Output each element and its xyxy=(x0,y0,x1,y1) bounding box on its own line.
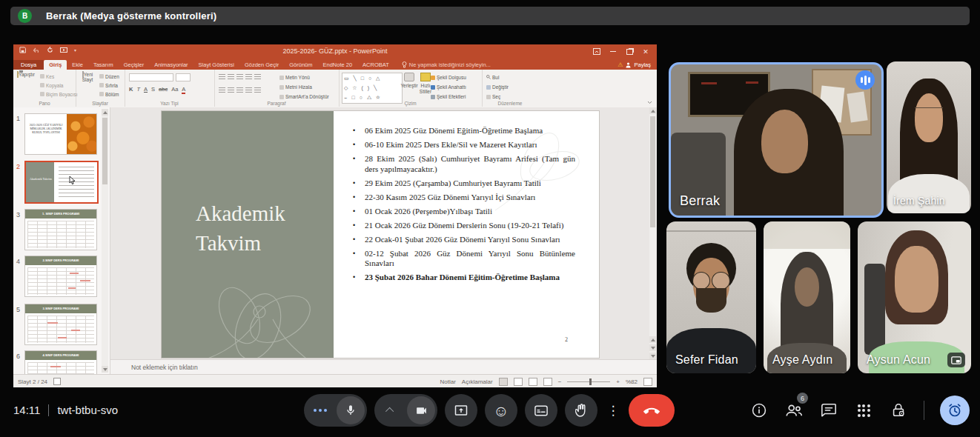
tab-gozden-gecir[interactable]: Gözden Geçir xyxy=(239,60,284,70)
shape-fill-button[interactable]: Şekil Dolgusu xyxy=(431,73,466,82)
video-options[interactable] xyxy=(374,407,407,413)
format-painter-button[interactable]: Biçim Boyacısı xyxy=(40,90,78,99)
chat-button[interactable] xyxy=(819,394,838,427)
current-slide[interactable]: Akademik Takvim xyxy=(162,111,599,358)
participants-button[interactable]: 6 xyxy=(784,394,804,427)
zoom-slider[interactable] xyxy=(567,381,610,382)
raise-hand-button[interactable] xyxy=(565,394,597,427)
shadow-button[interactable]: S xyxy=(151,86,155,93)
notes-pane[interactable]: Not eklemek için tıklatın xyxy=(110,359,657,374)
reset-button[interactable]: Sıfırla xyxy=(99,81,119,90)
tab-tasarim[interactable]: Tasarım xyxy=(88,60,119,70)
canvas-scrollbar[interactable] xyxy=(649,107,656,359)
slide-sorter-view-icon[interactable] xyxy=(514,378,523,386)
microphone-icon[interactable] xyxy=(337,396,365,424)
reading-view-icon[interactable] xyxy=(529,378,537,386)
columns-icon[interactable] xyxy=(254,87,261,93)
new-slide-button[interactable]: Yeni Slayt xyxy=(76,72,99,82)
slide-thumbnail-5[interactable]: 3.SINIF DERS PROGRAMI xyxy=(24,304,97,345)
notes-toggle[interactable]: Notlar xyxy=(440,378,456,385)
present-screen-button[interactable] xyxy=(445,394,477,427)
timer-extension-button[interactable] xyxy=(940,396,970,425)
video-tile-aysun[interactable]: Aysun Acun xyxy=(858,221,971,373)
decrease-indent-icon[interactable] xyxy=(236,74,243,80)
tab-gorunum[interactable]: Görünüm xyxy=(284,60,317,70)
layout-button[interactable]: Düzen xyxy=(99,73,119,81)
comments-toggle[interactable]: Açıklamalar xyxy=(462,378,493,385)
camera-button[interactable] xyxy=(374,394,437,427)
video-tile-berrak[interactable]: Berrak xyxy=(669,62,884,218)
restore-button[interactable] xyxy=(621,46,638,57)
find-button[interactable]: Bul xyxy=(486,73,509,82)
collapse-ribbon-icon[interactable] xyxy=(647,101,653,105)
zoom-in-button[interactable]: + xyxy=(616,378,620,385)
align-left-icon[interactable] xyxy=(219,87,225,93)
audio-options[interactable] xyxy=(304,409,337,412)
host-controls-button[interactable] xyxy=(889,394,908,427)
thumbnails-scrollbar[interactable] xyxy=(102,109,108,373)
zoom-slider-handle[interactable] xyxy=(589,378,592,385)
tab-endnote[interactable]: EndNote 20 xyxy=(317,60,357,70)
spell-check-icon[interactable] xyxy=(53,378,61,385)
more-options-button[interactable]: ⋮ xyxy=(605,394,621,427)
tab-dosya[interactable]: Dosya xyxy=(13,60,44,70)
align-right-icon[interactable] xyxy=(236,87,243,93)
video-tile-irem[interactable]: İrem Şahin xyxy=(887,61,971,213)
copy-button[interactable]: Kopyala xyxy=(40,81,78,90)
text-direction-button[interactable]: Metin Yönü xyxy=(279,73,329,82)
font-name-select[interactable] xyxy=(129,73,173,81)
scroll-up-icon[interactable] xyxy=(102,109,108,116)
close-button[interactable]: ✕ xyxy=(638,46,654,57)
scroll-up-icon[interactable] xyxy=(649,107,656,114)
tab-slayt-gosterisi[interactable]: Slayt Gösterisi xyxy=(193,60,239,70)
slide-thumbnail-1[interactable]: 2025-2026 GÜZ YARIYILI MİMARLIK AKADEMİK… xyxy=(24,113,97,155)
captions-button[interactable] xyxy=(525,394,557,427)
reactions-button[interactable]: ☺ xyxy=(485,394,517,427)
underline-button[interactable]: A xyxy=(144,86,148,93)
previous-slide-icon[interactable] xyxy=(649,336,656,343)
microphone-button[interactable] xyxy=(304,394,367,427)
justify-icon[interactable] xyxy=(245,87,252,93)
slide-thumbnail-6[interactable]: 4.SINIF DERS PROGRAMI xyxy=(24,350,97,374)
paste-button[interactable]: Yapıştır xyxy=(15,72,37,77)
scrollbar-thumb[interactable] xyxy=(650,116,655,227)
italic-button[interactable]: T xyxy=(136,86,140,93)
slide-thumbnail-3[interactable]: 1. SINIF DERS PROGRAMI xyxy=(24,209,97,250)
tab-giris[interactable]: Giriş xyxy=(44,60,67,70)
tab-acrobat[interactable]: ACROBAT xyxy=(357,60,394,70)
slide-thumbnail-4[interactable]: 2.SINIF DERS PROGRAMI xyxy=(24,256,97,297)
activities-button[interactable] xyxy=(854,394,873,427)
zoom-out-button[interactable]: − xyxy=(558,378,562,385)
arrange-button[interactable]: Yerleştir xyxy=(400,73,419,89)
next-slide-icon[interactable] xyxy=(649,344,656,351)
replace-button[interactable]: Değiştir xyxy=(486,82,509,92)
align-text-button[interactable]: Metni Hizala xyxy=(279,82,329,92)
section-button[interactable]: Bölüm xyxy=(99,90,119,99)
tell-me-box[interactable]: Ne yapmak istediğinizi söyleyin... xyxy=(402,60,491,70)
picture-in-picture-icon[interactable] xyxy=(947,353,965,367)
scrollbar-thumb[interactable] xyxy=(102,118,107,184)
strikethrough-button[interactable]: abc xyxy=(159,86,168,93)
scroll-down-icon[interactable] xyxy=(102,366,108,373)
leave-call-button[interactable] xyxy=(629,394,675,427)
bold-button[interactable]: K xyxy=(129,86,133,93)
slideshow-view-icon[interactable] xyxy=(543,378,552,386)
bullet-list-icon[interactable] xyxy=(219,74,225,80)
fit-to-window-icon[interactable] xyxy=(643,378,652,386)
increase-indent-icon[interactable] xyxy=(245,74,252,80)
camera-icon[interactable] xyxy=(407,396,435,424)
minimize-button[interactable] xyxy=(605,46,621,57)
numbered-list-icon[interactable] xyxy=(228,74,234,80)
line-spacing-icon[interactable] xyxy=(254,74,261,80)
video-tile-ayse[interactable]: Ayşe Aydın xyxy=(764,221,850,373)
tab-animasyonlar[interactable]: Animasyonlar xyxy=(149,60,193,70)
share-button[interactable]: ⚠ Paylaş xyxy=(618,60,657,70)
scroll-down-icon[interactable] xyxy=(649,353,656,359)
tab-gecisler[interactable]: Geçişler xyxy=(119,60,150,70)
font-size-select[interactable] xyxy=(176,73,191,81)
cut-button[interactable]: Kes xyxy=(40,73,78,81)
video-tile-sefer[interactable]: Sefer Fidan xyxy=(666,221,756,373)
tab-ekle[interactable]: Ekle xyxy=(67,60,88,70)
ribbon-display-options-icon[interactable] xyxy=(589,46,605,57)
slide-thumbnail-2-selected[interactable]: Akademik Takvim xyxy=(24,161,99,204)
